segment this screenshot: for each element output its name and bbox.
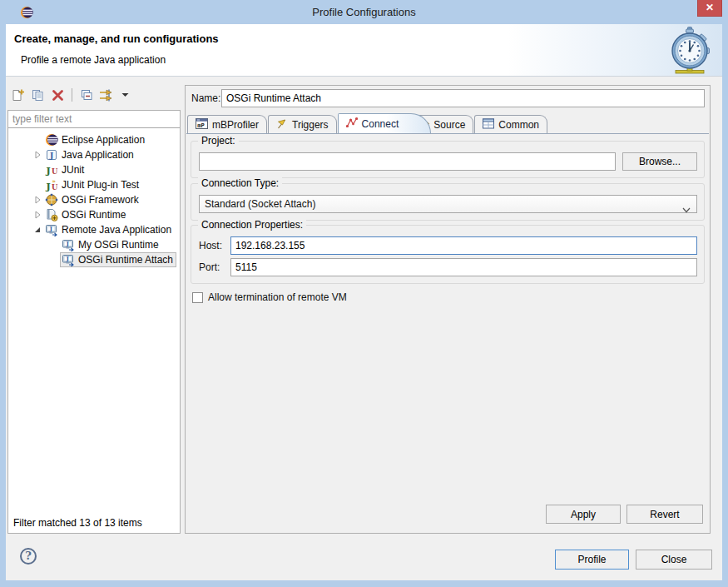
tab-label: Common xyxy=(498,119,539,131)
svg-text:J: J xyxy=(46,166,51,177)
eclipse-icon xyxy=(45,133,58,147)
header-title: Create, manage, and run configurations xyxy=(14,32,219,45)
allow-termination-label: Allow termination of remote VM xyxy=(208,291,347,303)
titlebar[interactable]: Profile Configurations ✕ xyxy=(0,0,728,24)
connect-icon xyxy=(346,117,358,131)
svg-text:J: J xyxy=(66,256,69,262)
tree-item-osgi-runtime-attach[interactable]: J OSGi Runtime Attach xyxy=(8,252,180,267)
tab-connect[interactable]: Connect xyxy=(338,113,432,133)
tab-mbprofiler[interactable]: mP mBProfiler xyxy=(187,115,267,133)
close-button[interactable]: Close xyxy=(636,550,712,570)
project-input[interactable] xyxy=(199,152,616,171)
connection-type-legend: Connection Type: xyxy=(198,177,282,189)
filter-status-label: Filter matched 13 of 13 items xyxy=(13,517,142,529)
filter-configurations-button[interactable] xyxy=(99,87,114,102)
expander-none xyxy=(48,239,60,251)
expander-collapsed-icon[interactable] xyxy=(32,194,43,206)
expander-collapsed-icon[interactable] xyxy=(32,149,43,161)
tree-item-java-application[interactable]: J Java Application xyxy=(8,147,180,162)
svg-text:mP: mP xyxy=(197,122,204,128)
browse-button[interactable]: Browse... xyxy=(622,152,697,171)
window-close-button[interactable]: ✕ xyxy=(697,0,722,17)
common-icon xyxy=(483,118,494,132)
configurations-tree: Eclipse Application J Java Application xyxy=(8,132,180,267)
expander-collapsed-icon[interactable] xyxy=(32,209,43,221)
expander-none xyxy=(48,254,60,266)
allow-termination-row: Allow termination of remote VM xyxy=(192,291,710,303)
name-label: Name: xyxy=(191,92,220,104)
dialog-header: Create, manage, and run configurations P… xyxy=(6,24,722,77)
tab-common[interactable]: Common xyxy=(474,115,547,133)
svg-text:J: J xyxy=(49,152,53,160)
tab-label: Source xyxy=(433,119,465,131)
expander-expanded-icon[interactable] xyxy=(32,224,43,236)
stopwatch-icon xyxy=(666,27,714,77)
connection-type-group: Connection Type: Standard (Socket Attach… xyxy=(191,183,705,221)
configuration-editor-panel: Name: mP mBProfiler xyxy=(185,85,711,534)
header-subtitle: Profile a remote Java application xyxy=(21,54,166,66)
filter-input[interactable] xyxy=(8,111,180,128)
profile-configurations-dialog: Profile Configurations ✕ Create, manage,… xyxy=(0,0,728,587)
remote-java-application-icon: J xyxy=(45,223,58,236)
delete-configuration-button[interactable] xyxy=(50,87,65,102)
apply-button[interactable]: Apply xyxy=(546,505,621,524)
triggers-icon xyxy=(276,117,288,132)
project-group-legend: Project: xyxy=(198,135,239,147)
name-row: Name: xyxy=(186,86,710,111)
tab-label: Triggers xyxy=(292,119,329,131)
tree-item-junit[interactable]: J U JUnit xyxy=(8,162,180,177)
connection-properties-legend: Connection Properties: xyxy=(198,219,306,231)
duplicate-configuration-button[interactable] xyxy=(30,87,45,102)
osgi-framework-icon xyxy=(45,193,58,206)
junit-plugin-test-icon: J U » xyxy=(45,178,58,192)
junit-icon: J U xyxy=(45,163,58,177)
tree-item-remote-java-application[interactable]: J Remote Java Application xyxy=(8,222,180,237)
svg-text:»: » xyxy=(52,178,57,185)
connect-tab-content: Project: Browse... Connection Type: Stan… xyxy=(186,134,710,533)
chevron-down-icon xyxy=(682,201,691,218)
tab-bar: mP mBProfiler Triggers xyxy=(186,113,709,134)
expander-none xyxy=(32,164,43,176)
toolbar-separator xyxy=(72,88,72,102)
connection-type-select[interactable]: Standard (Socket Attach) xyxy=(199,195,697,213)
port-label: Port: xyxy=(199,261,224,273)
host-input[interactable] xyxy=(230,236,697,255)
profile-button[interactable]: Profile xyxy=(555,550,629,570)
help-button[interactable]: ? xyxy=(20,548,37,565)
tree-item-eclipse-application[interactable]: Eclipse Application xyxy=(8,132,180,147)
port-input[interactable] xyxy=(230,258,697,276)
svg-text:J: J xyxy=(46,182,51,192)
tab-label: mBProfiler xyxy=(212,119,259,131)
remote-java-application-icon: J xyxy=(62,238,75,251)
view-menu-button[interactable] xyxy=(117,87,132,102)
project-group: Project: Browse... xyxy=(191,141,705,178)
host-label: Host: xyxy=(199,240,224,251)
osgi-runtime-icon xyxy=(45,208,58,221)
svg-text:J: J xyxy=(66,241,69,247)
connection-properties-group: Connection Properties: Host: Port: xyxy=(191,225,705,284)
window-title: Profile Configurations xyxy=(0,6,728,18)
allow-termination-checkbox[interactable] xyxy=(192,292,203,303)
remote-java-application-icon: J xyxy=(62,253,75,266)
tab-label: Connect xyxy=(362,118,399,130)
configurations-tree-panel: Eclipse Application J Java Application xyxy=(7,110,181,534)
tree-item-my-osgi-runtime[interactable]: J My OSGi Runtime xyxy=(8,237,180,252)
name-input[interactable] xyxy=(221,89,705,107)
configurations-toolbar xyxy=(10,86,132,104)
tree-item-osgi-framework[interactable]: OSGi Framework xyxy=(8,192,180,207)
connection-type-value: Standard (Socket Attach) xyxy=(205,198,315,210)
tree-item-osgi-runtime[interactable]: OSGi Runtime xyxy=(8,207,180,222)
tree-item-junit-plugin-test[interactable]: J U » JUnit Plug-in Test xyxy=(8,177,180,192)
svg-text:U: U xyxy=(52,167,58,176)
new-configuration-button[interactable] xyxy=(10,87,25,102)
expander-none xyxy=(32,134,43,146)
svg-text:J: J xyxy=(49,226,52,232)
selected-tree-item-highlight: J OSGi Runtime Attach xyxy=(60,252,176,267)
expander-none xyxy=(32,179,43,191)
revert-button[interactable]: Revert xyxy=(626,505,703,524)
java-application-icon: J xyxy=(45,148,58,162)
mbprofiler-icon: mP xyxy=(196,118,208,132)
tab-triggers[interactable]: Triggers xyxy=(268,115,337,133)
collapse-all-button[interactable] xyxy=(79,87,94,102)
